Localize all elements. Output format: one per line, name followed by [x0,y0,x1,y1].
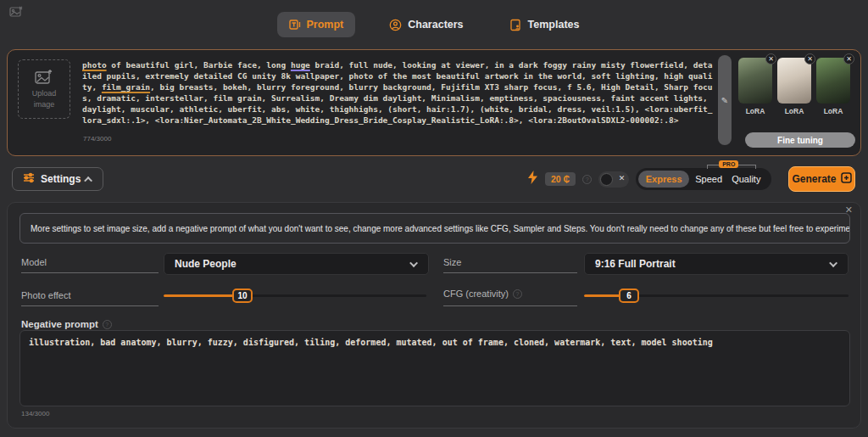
prompt-icon [289,19,301,31]
mode-toggle[interactable]: ✕ [598,171,629,188]
prompt-segment: huge [291,60,310,70]
cfg-label-underline [443,305,577,306]
lora-label: LoRA [816,107,850,115]
lora-item[interactable]: ✕ LoRA [738,58,772,115]
model-dropdown-value: Nude People [175,258,236,270]
chevron-down-icon [829,259,837,267]
toolbar-right: 20 ₵ ? ✕ Express Speed PRO Quality [527,167,771,191]
lora-label: LoRA [777,107,811,115]
upload-label-line2: image [34,100,55,109]
upload-image-icon [35,70,53,87]
generate-button[interactable]: Generate [788,166,855,192]
cfg-label-row: CFG (creativity) ? [443,289,522,299]
negative-prompt-label: Negative prompt [21,319,98,329]
chevron-up-icon [84,176,92,184]
top-tab-bar: Prompt Characters Templates [0,8,868,41]
prompt-segment: photo [82,60,107,70]
size-dropdown-value: 9:16 Full Portrait [595,258,676,270]
photo-effect-slider-handle[interactable]: 10 [232,289,253,303]
prompt-panel: Upload image photo of beautiful girl, Ba… [7,49,861,156]
lora-remove-icon[interactable]: ✕ [804,53,815,64]
mode-selector-group: Express Speed PRO Quality [636,168,771,190]
cfg-label: CFG (creativity) [443,289,509,299]
toggle-off-icon: ✕ [619,174,626,182]
lora-thumbnail[interactable] [816,58,850,104]
prompt-segment: film_grain [102,82,150,92]
negative-prompt-textarea[interactable]: illustration, bad anatomy, blurry, fuzzy… [19,330,850,406]
mode-express[interactable]: Express [638,171,689,188]
tab-templates-label: Templates [528,19,580,31]
lora-column: ✕ LoRA ✕ LoRA ✕ LoRA [738,58,857,115]
templates-icon [509,19,522,31]
prompt-char-counter: 774/3000 [83,135,111,143]
mode-quality[interactable]: Quality [732,168,760,190]
cfg-slider[interactable]: 6 [584,289,849,303]
characters-icon [389,19,402,31]
generate-button-label: Generate [792,173,836,185]
negative-prompt-label-row: Negative prompt ? [21,319,112,329]
chevron-down-icon [409,259,418,267]
upload-image-dropzone[interactable]: Upload image [18,59,70,119]
lora-item[interactable]: ✕ LoRA [777,58,811,115]
tab-characters[interactable]: Characters [377,12,475,38]
lightning-icon [527,171,538,188]
model-label: Model [21,257,47,267]
lora-item[interactable]: ✕ LoRA [816,58,850,115]
cfg-info-icon[interactable]: ? [513,289,522,299]
advanced-settings-panel: ✕ More settings to set image size, add a… [7,202,861,429]
info-icon[interactable]: ? [582,175,592,184]
tab-prompt-label: Prompt [307,19,344,31]
upload-label-line1: Upload [32,89,57,98]
settings-button-label: Settings [41,173,81,185]
toggle-knob [600,173,613,186]
lora-thumbnail[interactable] [738,58,772,104]
tab-characters-label: Characters [408,19,463,31]
settings-toggle-button[interactable]: Settings [12,167,103,191]
prompt-segment: , big breasts, bokeh, blurry foreground,… [82,82,713,125]
pro-badge: PRO [719,160,738,168]
mode-speed[interactable]: Speed [695,168,722,190]
negative-prompt-counter: 134/3000 [21,410,49,417]
photo-effect-label: Photo effect [21,290,71,300]
pencil-icon: ✎ [721,96,728,105]
lora-thumbnails-row: ✕ LoRA ✕ LoRA ✕ LoRA [738,58,857,115]
credits-badge: 20 ₵ [545,172,576,186]
lora-thumbnail[interactable] [777,58,811,104]
lora-remove-icon[interactable]: ✕ [843,53,854,64]
slider-fill [164,294,242,297]
settings-description: More settings to set image size, add a n… [19,213,850,244]
prompt-textarea[interactable]: photo of beautiful girl, Barbie face, lo… [82,59,713,134]
negative-prompt-info-icon[interactable]: ? [103,320,112,329]
tab-prompt[interactable]: Prompt [277,12,356,37]
lora-remove-icon[interactable]: ✕ [765,53,776,64]
model-dropdown[interactable]: Nude People [164,253,429,275]
size-label: Size [443,257,461,267]
lora-label: LoRA [738,107,772,115]
size-label-underline [443,272,577,273]
app-root: { "header": { "tabs": [ { "label": "Prom… [0,0,868,437]
photo-effect-label-underline [21,305,159,306]
fine-tuning-button[interactable]: Fine tuning [745,132,855,148]
prompt-segment: of beautiful girl, Barbie face, long [107,60,291,70]
prompt-scrollbar[interactable]: ✎ [718,55,732,145]
photo-effect-slider[interactable]: 10 [164,289,426,303]
cfg-slider-handle[interactable]: 6 [619,289,639,303]
tab-templates[interactable]: Templates [498,12,592,38]
add-generation-icon [841,172,852,186]
model-label-underline [21,272,159,273]
size-dropdown[interactable]: 9:16 Full Portrait [584,253,849,275]
settings-sliders-icon [23,172,35,186]
